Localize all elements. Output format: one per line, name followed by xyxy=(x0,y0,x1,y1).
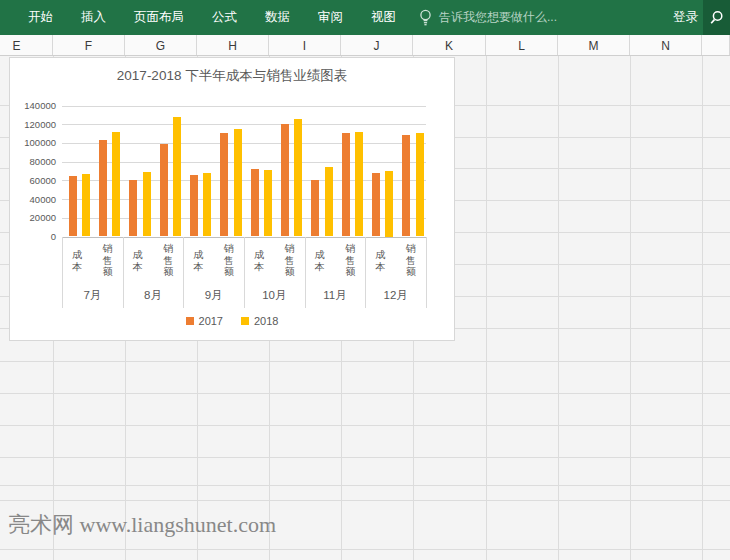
bar-2018-m7-cost xyxy=(82,174,90,237)
login-button[interactable]: 登录 xyxy=(673,0,698,35)
y-gridline xyxy=(62,124,426,125)
search-icon xyxy=(709,10,724,25)
category-label-char: 销 xyxy=(284,243,294,255)
category-label-char: 本 xyxy=(72,261,82,273)
y-axis-tick-label: 40000 xyxy=(10,194,56,205)
category-label-char: 成 xyxy=(133,249,143,261)
column-header-partial[interactable] xyxy=(702,35,730,56)
bar-2017-m11-cost xyxy=(311,180,319,236)
category-label-char: 销 xyxy=(345,243,355,255)
category-label-char: 额 xyxy=(224,266,234,278)
x-axis-category-label: 成本 xyxy=(183,239,213,283)
x-axis-category-label: 销售额 xyxy=(214,239,244,283)
category-label-char: 售 xyxy=(284,255,294,267)
bar-2017-m10-sales xyxy=(281,124,289,236)
bar-2018-m12-sales xyxy=(416,133,424,237)
x-axis-category-label: 成本 xyxy=(244,239,274,283)
legend-swatch-2018 xyxy=(241,317,249,325)
x-axis-separator xyxy=(426,237,427,308)
chart-legend: 20172018 xyxy=(10,315,454,327)
category-label-char: 额 xyxy=(406,266,416,278)
bar-2017-m7-cost xyxy=(69,176,77,237)
category-label-char: 成 xyxy=(375,249,385,261)
x-axis-category-label: 成本 xyxy=(62,239,92,283)
tell-me-search[interactable]: 告诉我您想要做什么... xyxy=(419,0,557,35)
tab-view[interactable]: 视图 xyxy=(371,9,396,26)
bar-2018-m11-sales xyxy=(355,132,363,237)
chart-object[interactable]: 2017-2018 下半年成本与销售业绩图表 02000040000600008… xyxy=(9,57,455,341)
column-header-L[interactable]: L xyxy=(486,35,558,56)
bar-2017-m8-cost xyxy=(129,180,137,236)
bar-2017-m7-sales xyxy=(99,140,107,236)
y-axis-tick-label: 0 xyxy=(10,231,56,242)
column-header-I[interactable]: I xyxy=(269,35,341,56)
x-axis-category-label: 成本 xyxy=(123,239,153,283)
x-axis-category-label: 销售额 xyxy=(92,239,122,283)
x-axis-separator xyxy=(244,237,245,308)
column-header-J[interactable]: J xyxy=(341,35,413,56)
x-axis-month-label: 12月 xyxy=(365,285,426,307)
y-axis-tick-label: 100000 xyxy=(10,137,56,148)
category-label-char: 本 xyxy=(315,261,325,273)
bar-2018-m8-sales xyxy=(173,117,181,237)
column-header-F[interactable]: F xyxy=(53,35,125,56)
column-header-row: EFGHIJKLMN xyxy=(0,35,730,56)
tab-insert[interactable]: 插入 xyxy=(81,9,106,26)
x-axis-separator xyxy=(62,237,63,308)
bar-2017-m11-sales xyxy=(342,133,350,237)
bar-2017-m10-cost xyxy=(251,169,259,236)
bar-2018-m9-cost xyxy=(203,173,211,237)
category-label-char: 售 xyxy=(406,255,416,267)
tab-formulas[interactable]: 公式 xyxy=(212,9,237,26)
column-header-E[interactable]: E xyxy=(0,35,53,56)
y-axis-tick-label: 20000 xyxy=(10,212,56,223)
column-header-M[interactable]: M xyxy=(558,35,630,56)
search-button[interactable] xyxy=(703,0,730,35)
category-label-char: 成 xyxy=(193,249,203,261)
bar-2018-m7-sales xyxy=(112,132,120,237)
bar-2017-m8-sales xyxy=(160,144,168,237)
bar-2018-m9-sales xyxy=(234,129,242,237)
grid-row-line xyxy=(0,485,730,486)
lightbulb-icon xyxy=(419,9,432,26)
category-label-char: 本 xyxy=(375,261,385,273)
ribbon-tab-bar: 开始插入页面布局公式数据审阅视图 xyxy=(0,9,424,26)
x-axis-month-label: 11月 xyxy=(305,285,366,307)
column-header-G[interactable]: G xyxy=(125,35,197,56)
category-label-char: 售 xyxy=(102,255,112,267)
y-axis-tick-label: 80000 xyxy=(10,156,56,167)
y-gridline xyxy=(62,106,426,107)
tab-review[interactable]: 审阅 xyxy=(318,9,343,26)
tab-page-layout[interactable]: 页面布局 xyxy=(134,9,184,26)
category-label-char: 售 xyxy=(345,255,355,267)
tab-data[interactable]: 数据 xyxy=(265,9,290,26)
category-label-char: 销 xyxy=(224,243,234,255)
grid-row-line xyxy=(0,361,730,362)
category-label-char: 销 xyxy=(102,243,112,255)
column-header-N[interactable]: N xyxy=(630,35,702,56)
bar-2017-m12-sales xyxy=(402,135,410,236)
legend-swatch-2017 xyxy=(186,317,194,325)
x-axis-month-label: 10月 xyxy=(244,285,305,307)
category-label-char: 本 xyxy=(193,261,203,273)
category-label-char: 售 xyxy=(163,255,173,267)
column-header-H[interactable]: H xyxy=(197,35,269,56)
x-axis-category-label: 成本 xyxy=(365,239,395,283)
x-axis-month-label: 7月 xyxy=(62,285,123,307)
y-axis-tick-label: 60000 xyxy=(10,175,56,186)
category-label-char: 成 xyxy=(254,249,264,261)
category-label-char: 成 xyxy=(315,249,325,261)
x-axis-category-label: 销售额 xyxy=(396,239,426,283)
category-label-char: 销 xyxy=(406,243,416,255)
legend-label-2018: 2018 xyxy=(254,315,278,327)
x-axis-separator xyxy=(365,237,366,308)
bar-2018-m8-cost xyxy=(143,172,151,237)
bar-2017-m9-cost xyxy=(190,175,198,237)
grid-row-line xyxy=(0,500,730,501)
x-axis-separator xyxy=(305,237,306,308)
chart-title: 2017-2018 下半年成本与销售业绩图表 xyxy=(10,67,454,85)
tab-home[interactable]: 开始 xyxy=(28,9,53,26)
column-header-K[interactable]: K xyxy=(413,35,486,56)
category-label-char: 额 xyxy=(284,266,294,278)
legend-item-2017: 2017 xyxy=(186,315,223,327)
